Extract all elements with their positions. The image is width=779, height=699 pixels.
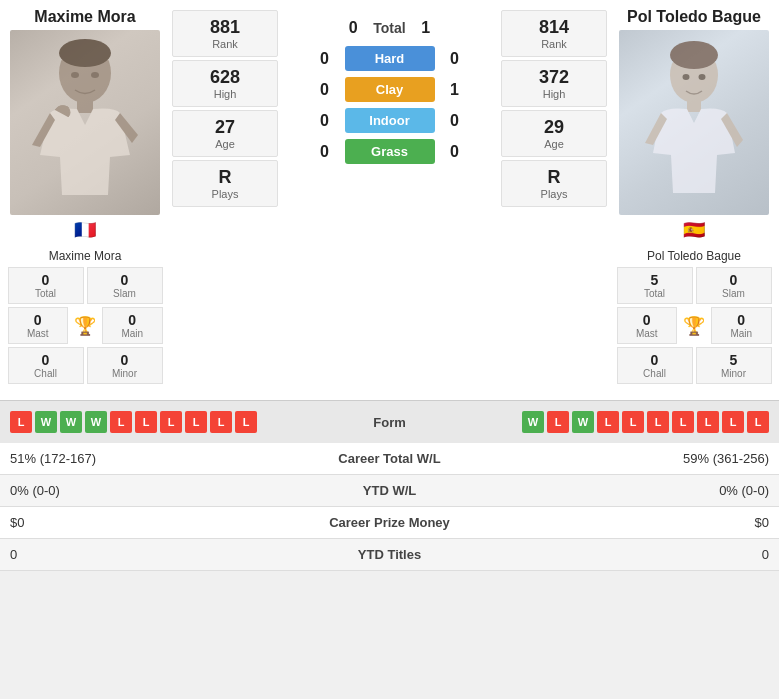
player1-chall-lbl: Chall bbox=[11, 368, 81, 379]
player2-chall-val: 0 bbox=[620, 352, 690, 368]
player2-name-below: Pol Toledo Bague bbox=[647, 249, 741, 263]
stat-p2-val: 59% (361-256) bbox=[522, 443, 779, 475]
player1-main-cell: 0 Main bbox=[102, 307, 163, 344]
p1-clay-score: 0 bbox=[315, 81, 335, 99]
p1-grass-score: 0 bbox=[315, 143, 335, 161]
player1-area: Maxime Mora bbox=[0, 8, 170, 384]
player2-minor-val: 5 bbox=[699, 352, 769, 368]
top-section: Maxime Mora bbox=[0, 0, 779, 392]
total-row: 0 Total 1 bbox=[280, 19, 499, 37]
p2-hard-score: 0 bbox=[445, 50, 465, 68]
form-row: LWWWLLLLLL Form WLWLLLLLLL bbox=[10, 407, 769, 437]
form-badge: L bbox=[722, 411, 744, 433]
svg-point-3 bbox=[71, 72, 79, 78]
grass-row: 0 Grass 0 bbox=[280, 139, 499, 164]
player2-rank-lbl: Rank bbox=[506, 38, 602, 50]
player2-high-lbl: High bbox=[506, 88, 602, 100]
p2-clay-score: 1 bbox=[445, 81, 465, 99]
clay-row: 0 Clay 1 bbox=[280, 77, 499, 102]
player1-stats-col: 881 Rank 628 High 27 Age R Plays bbox=[170, 8, 280, 384]
player2-main-cell: 0 Main bbox=[711, 307, 772, 344]
clay-button[interactable]: Clay bbox=[345, 77, 435, 102]
player1-mini-stats: 0 Total 0 Slam 0 Mast 🏆 0 bbox=[8, 267, 163, 384]
stat-p2-val: $0 bbox=[522, 507, 779, 539]
svg-point-9 bbox=[699, 74, 706, 80]
player1-minor-val: 0 bbox=[90, 352, 160, 368]
player1-total-cell: 0 Total bbox=[8, 267, 84, 304]
player1-rank-val: 881 bbox=[177, 17, 273, 38]
page-container: Maxime Mora bbox=[0, 0, 779, 571]
player1-plays-box: R Plays bbox=[172, 160, 278, 207]
player2-high-val: 372 bbox=[506, 67, 602, 88]
total-label: Total bbox=[373, 20, 405, 36]
player1-high-val: 628 bbox=[177, 67, 273, 88]
stat-p2-val: 0% (0-0) bbox=[522, 475, 779, 507]
p1-indoor-score: 0 bbox=[315, 112, 335, 130]
grass-button[interactable]: Grass bbox=[345, 139, 435, 164]
stats-row: 0YTD Titles0 bbox=[0, 539, 779, 571]
player1-high-lbl: High bbox=[177, 88, 273, 100]
player1-silhouette bbox=[20, 35, 150, 215]
player1-mast-lbl: Mast bbox=[11, 328, 66, 339]
form-label: Form bbox=[373, 415, 406, 430]
form-badge: L bbox=[672, 411, 694, 433]
stat-p1-val: 0 bbox=[0, 539, 257, 571]
player1-photo bbox=[10, 30, 160, 215]
form-badge: L bbox=[597, 411, 619, 433]
player1-total-val: 0 bbox=[11, 272, 81, 288]
p2-total-score: 1 bbox=[416, 19, 436, 37]
player2-age-val: 29 bbox=[506, 117, 602, 138]
player1-age-box: 27 Age bbox=[172, 110, 278, 157]
player1-chall-val: 0 bbox=[11, 352, 81, 368]
player1-slam-lbl: Slam bbox=[90, 288, 160, 299]
form-badge: W bbox=[35, 411, 57, 433]
player1-age-val: 27 bbox=[177, 117, 273, 138]
player2-total-lbl: Total bbox=[620, 288, 690, 299]
player1-name-below: Maxime Mora bbox=[49, 249, 122, 263]
form-badge: L bbox=[210, 411, 232, 433]
indoor-row: 0 Indoor 0 bbox=[280, 108, 499, 133]
stats-row: 51% (172-167)Career Total W/L59% (361-25… bbox=[0, 443, 779, 475]
p1-hard-score: 0 bbox=[315, 50, 335, 68]
p2-indoor-score: 0 bbox=[445, 112, 465, 130]
stat-label: YTD W/L bbox=[257, 475, 522, 507]
stat-label: Career Total W/L bbox=[257, 443, 522, 475]
player2-plays-val: R bbox=[506, 167, 602, 188]
player1-plays-lbl: Plays bbox=[177, 188, 273, 200]
player1-name: Maxime Mora bbox=[34, 8, 135, 25]
hard-button[interactable]: Hard bbox=[345, 46, 435, 71]
player2-chall-lbl: Chall bbox=[620, 368, 690, 379]
form-badge: L bbox=[110, 411, 132, 433]
player2-plays-box: R Plays bbox=[501, 160, 607, 207]
form-badge: L bbox=[235, 411, 257, 433]
form-badge: L bbox=[697, 411, 719, 433]
player1-flag: 🇫🇷 bbox=[74, 219, 96, 241]
indoor-button[interactable]: Indoor bbox=[345, 108, 435, 133]
player2-form-badges: WLWLLLLLLL bbox=[522, 411, 769, 433]
form-badge: L bbox=[160, 411, 182, 433]
player2-flag: 🇪🇸 bbox=[683, 219, 705, 241]
player2-rank-val: 814 bbox=[506, 17, 602, 38]
form-badge: L bbox=[547, 411, 569, 433]
player2-mast-lbl: Mast bbox=[620, 328, 675, 339]
player1-main-val: 0 bbox=[105, 312, 160, 328]
player1-minor-cell: 0 Minor bbox=[87, 347, 163, 384]
player1-form-badges: LWWWLLLLLL bbox=[10, 411, 257, 433]
player1-minor-lbl: Minor bbox=[90, 368, 160, 379]
stat-p1-val: $0 bbox=[0, 507, 257, 539]
player2-area: Pol Toledo Bague bbox=[609, 8, 779, 384]
player2-photo bbox=[619, 30, 769, 215]
svg-point-6 bbox=[670, 41, 718, 69]
player2-rank-box: 814 Rank bbox=[501, 10, 607, 57]
form-badge: W bbox=[522, 411, 544, 433]
player1-total-lbl: Total bbox=[11, 288, 81, 299]
player1-age-lbl: Age bbox=[177, 138, 273, 150]
player2-main-lbl: Main bbox=[714, 328, 769, 339]
form-badge: W bbox=[60, 411, 82, 433]
player1-slam-cell: 0 Slam bbox=[87, 267, 163, 304]
player2-name: Pol Toledo Bague bbox=[627, 8, 761, 25]
player1-mast-val: 0 bbox=[11, 312, 66, 328]
player1-chall-cell: 0 Chall bbox=[8, 347, 84, 384]
form-badge: L bbox=[622, 411, 644, 433]
svg-point-1 bbox=[59, 39, 111, 67]
